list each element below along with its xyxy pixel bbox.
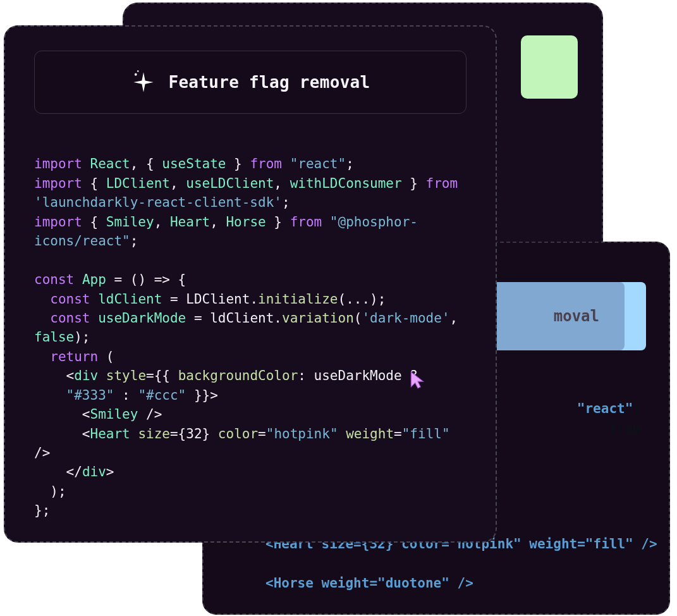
panel-title: Feature flag removal xyxy=(168,73,370,92)
svg-point-1 xyxy=(137,70,138,71)
accent-block-green xyxy=(521,35,578,99)
code-block: import React, { useState } from "react";… xyxy=(34,135,467,539)
mid-header-partial: moval xyxy=(554,307,599,325)
panel-header: Feature flag removal xyxy=(34,51,467,114)
cursor-icon xyxy=(410,371,426,390)
sparkle-icon xyxy=(130,69,157,95)
svg-point-0 xyxy=(135,73,137,76)
feature-flag-panel: Feature flag removal import React, { use… xyxy=(4,25,497,543)
